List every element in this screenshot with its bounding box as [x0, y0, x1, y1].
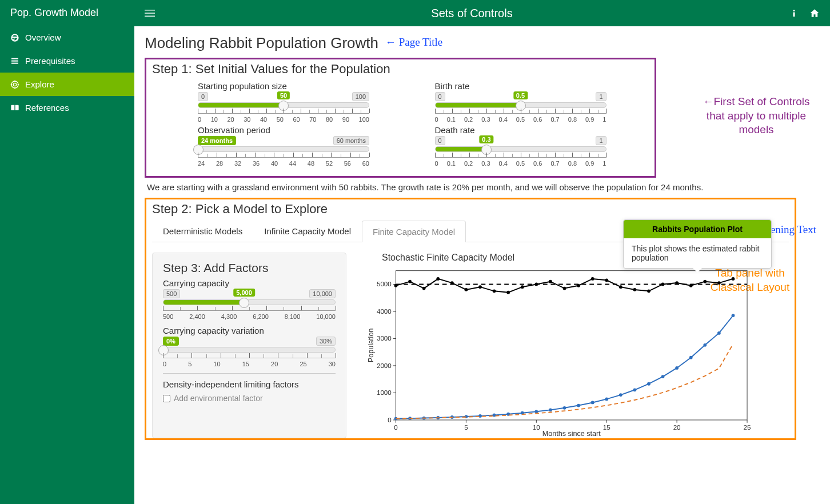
step2-title: Step 2: Pick a Model to Explore	[152, 202, 789, 217]
content: Modeling Rabbit Population Growth ← Page…	[134, 26, 830, 504]
svg-point-89	[703, 343, 707, 347]
svg-point-58	[619, 285, 622, 289]
svg-rect-14	[396, 271, 748, 420]
opening-text: We are starting with a grassland environ…	[147, 182, 820, 192]
limiting-factors-label: Density-independent limiting factors	[163, 379, 336, 389]
sidebar-item-label: Explore	[25, 79, 54, 89]
plot-tooltip: Rabbits Population Plot This plot shows …	[623, 219, 772, 269]
control-label: Observation period	[198, 125, 369, 135]
svg-text:4000: 4000	[377, 307, 392, 315]
tab-finite[interactable]: Finite Capacity Model	[362, 221, 466, 242]
svg-text:10: 10	[533, 423, 540, 431]
svg-point-86	[661, 375, 665, 378]
slider-obs-period[interactable]	[198, 146, 369, 152]
svg-point-66	[732, 277, 735, 281]
svg-point-61	[661, 283, 665, 286]
svg-point-74	[493, 414, 496, 417]
svg-text:0: 0	[394, 423, 397, 431]
sidebar-item-label: Overview	[25, 33, 61, 42]
tab-infinite[interactable]: Infinite Capacity Model	[253, 220, 362, 242]
control-start-pop: Starting population size 0100 50 0102030…	[198, 81, 369, 123]
control-label: Death rate	[435, 125, 606, 135]
control-birth-rate: Birth rate 01 0.5 00.10.20.30.40.50.60.7…	[435, 81, 606, 123]
svg-rect-13	[793, 13, 795, 17]
svg-text:20: 20	[673, 423, 681, 431]
svg-point-63	[689, 284, 693, 287]
svg-point-42	[394, 284, 398, 287]
slider-birth-rate[interactable]: 0.5	[435, 102, 606, 108]
tab-deterministic[interactable]: Deterministic Models	[152, 220, 253, 242]
svg-point-55	[577, 284, 580, 287]
svg-text:0: 0	[388, 416, 391, 423]
hamburger-icon[interactable]	[145, 8, 155, 18]
slider-capacity[interactable]: 5,000	[163, 299, 336, 305]
svg-point-88	[689, 356, 693, 359]
svg-rect-0	[11, 58, 18, 59]
svg-text:3000: 3000	[377, 334, 392, 342]
svg-point-65	[717, 281, 721, 285]
svg-point-84	[633, 388, 636, 391]
svg-point-62	[675, 281, 679, 285]
step2-box: Step 2: Pick a Model to Explore Determin…	[145, 198, 796, 440]
target-icon	[10, 80, 19, 89]
step1-box: Step 1: Set Initial Values for the Popul…	[145, 58, 656, 178]
plot-panel: Rabbits Population Plot This plot shows …	[359, 253, 789, 438]
svg-point-52	[534, 283, 538, 286]
svg-point-48	[478, 285, 482, 289]
annotation-page-title: ← Page Title	[385, 36, 442, 48]
svg-text:15: 15	[603, 423, 610, 431]
control-label: Carrying capacity variation	[163, 326, 336, 335]
svg-point-81	[591, 401, 594, 405]
svg-point-85	[647, 382, 651, 386]
dashboard-icon	[10, 33, 19, 42]
step3-title: Step 3: Add Factors	[163, 261, 336, 275]
tooltip-title: Rabbits Population Plot	[624, 220, 771, 238]
sidebar-item-label: Prerequisites	[25, 56, 75, 66]
svg-point-73	[478, 414, 482, 418]
control-obs-period: Observation period 24 months60 months 24…	[198, 125, 369, 167]
control-label: Birth rate	[435, 81, 606, 91]
sidebar-item-explore[interactable]: Explore	[0, 73, 134, 96]
control-death-rate: Death rate 01 0.3 00.10.20.30.40.50.60.7…	[435, 125, 606, 167]
svg-point-56	[591, 277, 594, 281]
svg-point-87	[675, 366, 679, 370]
svg-text:Months since start: Months since start	[542, 430, 601, 437]
book-icon	[10, 103, 19, 113]
svg-point-43	[408, 280, 412, 283]
svg-point-46	[450, 281, 454, 285]
env-factor-checkbox-row[interactable]: Add environmental factor	[163, 394, 336, 403]
factors-panel: Step 3: Add Factors Carrying capacity 50…	[152, 253, 346, 438]
info-icon[interactable]	[789, 8, 799, 18]
svg-point-50	[506, 291, 510, 294]
sidebar-item-prerequisites[interactable]: Prerequisites	[0, 49, 134, 73]
sidebar-item-references[interactable]: References	[0, 96, 134, 119]
svg-point-54	[563, 287, 566, 290]
svg-text:Population: Population	[367, 329, 375, 362]
sidebar: Pop. Growth Model Overview Prerequisites…	[0, 0, 134, 504]
home-icon[interactable]	[809, 8, 820, 18]
svg-text:2000: 2000	[377, 362, 392, 369]
svg-point-12	[793, 10, 795, 11]
slider-death-rate[interactable]: 0.3	[435, 146, 606, 152]
step1-title: Step 1: Set Initial Values for the Popul…	[152, 62, 649, 77]
control-capacity: Carrying capacity 50010,000 5,000 5002,4…	[163, 278, 336, 320]
control-label: Starting population size	[198, 81, 369, 91]
svg-point-44	[422, 287, 426, 290]
topbar: Sets of Controls	[134, 0, 830, 26]
svg-point-51	[521, 285, 524, 289]
env-factor-checkbox[interactable]	[163, 395, 170, 402]
svg-point-91	[732, 314, 735, 317]
svg-point-83	[619, 393, 622, 397]
svg-rect-9	[145, 10, 155, 11]
svg-point-60	[647, 289, 651, 293]
slider-start-pop[interactable]: 50	[198, 102, 369, 108]
svg-text:5000: 5000	[377, 280, 392, 287]
slider-variation[interactable]	[163, 347, 336, 353]
topbar-title: Sets of Controls	[155, 7, 789, 20]
sidebar-item-overview[interactable]: Overview	[0, 26, 134, 49]
svg-rect-2	[11, 62, 18, 63]
population-plot: 0100020003000400050000510152025Populatio…	[359, 265, 759, 437]
svg-point-49	[493, 289, 496, 293]
svg-text:5: 5	[464, 423, 468, 431]
svg-point-80	[577, 404, 580, 407]
